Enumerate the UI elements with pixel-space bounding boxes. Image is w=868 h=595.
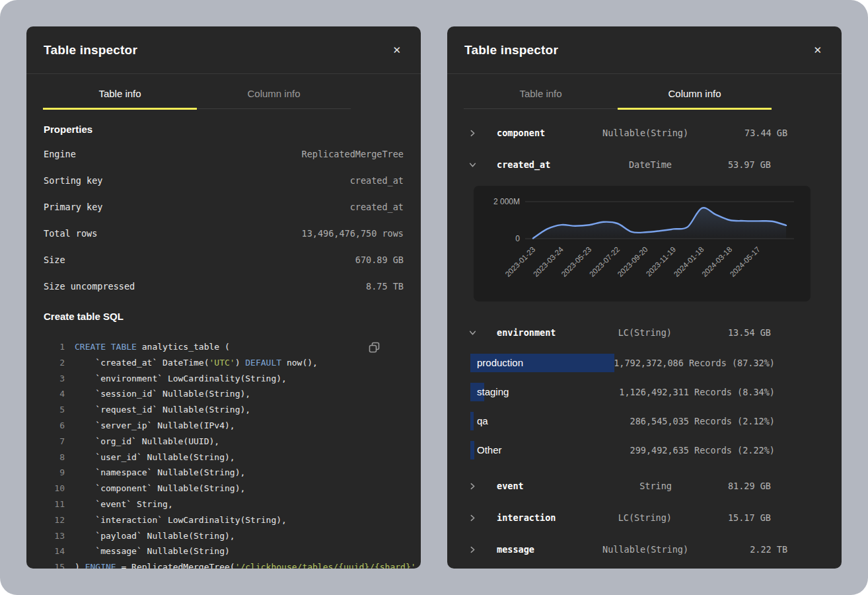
property-label: Engine bbox=[44, 149, 76, 159]
chevron-right-icon[interactable] bbox=[469, 546, 497, 553]
line-code: `session_id` Nullable(String), bbox=[75, 386, 250, 402]
sql-text: `message` Nullable(String) bbox=[75, 546, 230, 556]
sql-code-line: 14 `message` Nullable(String) bbox=[44, 543, 404, 559]
distribution-label: Other bbox=[470, 441, 630, 459]
line-code: CREATE TABLE analytics_table ( bbox=[75, 339, 230, 355]
distribution-value: 286,545,035 Records (2.12%) bbox=[630, 416, 775, 426]
property-row: Size uncompressed 8.75 TB bbox=[44, 273, 404, 299]
tab-column-info[interactable]: Column info bbox=[618, 88, 772, 110]
distribution-row: Other 299,492,635 Records (2.22%) bbox=[470, 436, 775, 465]
line-number: 8 bbox=[44, 450, 65, 465]
line-code: `request_id` Nullable(String), bbox=[75, 402, 250, 418]
chevron-down-icon[interactable] bbox=[469, 329, 497, 337]
property-value: ReplicatedMergeTree bbox=[302, 149, 404, 159]
distribution-bar-track: Other bbox=[470, 441, 630, 459]
column-type: DateTime bbox=[602, 159, 672, 170]
column-row-component[interactable]: component Nullable(String) 73.44 GB bbox=[447, 117, 842, 149]
tab-table-info[interactable]: Table info bbox=[464, 88, 618, 110]
line-number: 15 bbox=[44, 559, 65, 569]
sql-text: `component` Nullable(String), bbox=[75, 483, 245, 493]
column-row-event[interactable]: event String 81.29 GB bbox=[447, 470, 842, 502]
property-value: 13,496,476,750 rows bbox=[302, 228, 404, 239]
property-label: Sorting key bbox=[44, 175, 102, 186]
sql-code-line: 2 `created_at` DateTime('UTC') DEFAULT n… bbox=[44, 355, 404, 371]
property-row: Size 670.89 GB bbox=[44, 247, 404, 273]
line-number: 5 bbox=[44, 402, 65, 418]
line-number: 1 bbox=[44, 339, 65, 355]
column-list: component Nullable(String) 73.44 GB crea… bbox=[447, 117, 842, 565]
line-code: `environment` LowCardinality(String), bbox=[75, 371, 287, 387]
sql-code-line: 8 `user_id` Nullable(String), bbox=[44, 450, 404, 465]
column-type: String bbox=[602, 481, 672, 491]
column-type: LC(String) bbox=[602, 327, 672, 338]
table-inspector-dialog-table-info: Table inspector ✕ Table info Column info… bbox=[26, 26, 421, 569]
line-code: `event` String, bbox=[75, 496, 173, 512]
column-type: Nullable(String) bbox=[602, 128, 688, 138]
sql-text: `session_id` Nullable(String), bbox=[75, 389, 250, 399]
sql-text: `environment` LowCardinality(String), bbox=[75, 374, 287, 383]
column-detail-chart-card: 2 000M 0 2023-01-232023-03-242023-05-232… bbox=[474, 186, 811, 301]
sql-text: `interaction` LowCardinality(String), bbox=[75, 515, 287, 525]
tab-column-info[interactable]: Column info bbox=[197, 88, 351, 110]
property-value: 670.89 GB bbox=[355, 255, 404, 265]
line-code: ) ENGINE = ReplicatedMergeTree('/clickho… bbox=[75, 559, 421, 569]
table-inspector-dialog-column-info: Table inspector ✕ Table info Column info… bbox=[447, 26, 842, 569]
table-info-content: Properties Engine ReplicatedMergeTree So… bbox=[26, 124, 421, 569]
sql-code-line: 4 `session_id` Nullable(String), bbox=[44, 386, 404, 402]
tab-bar: Table info Column info bbox=[43, 88, 351, 109]
line-code: `server_ip` Nullable(IPv4), bbox=[75, 418, 235, 434]
tab-table-info[interactable]: Table info bbox=[43, 88, 197, 110]
column-size: 81.29 GB bbox=[672, 481, 771, 491]
modal-backdrop: Table inspector ✕ Table info Column info… bbox=[0, 0, 868, 595]
line-number: 14 bbox=[44, 543, 65, 559]
sql-text: now(), bbox=[281, 358, 318, 368]
sql-text: = ReplicatedMergeTree( bbox=[116, 562, 235, 569]
column-size: 13.54 GB bbox=[672, 327, 771, 338]
chevron-down-icon[interactable] bbox=[469, 161, 497, 169]
dialog-title: Table inspector bbox=[44, 43, 137, 58]
close-icon[interactable]: ✕ bbox=[390, 42, 404, 58]
line-number: 9 bbox=[44, 465, 65, 481]
column-name: component bbox=[497, 128, 602, 138]
sql-code-block: 1 CREATE TABLE analytics_table ( 2 `crea… bbox=[44, 339, 404, 569]
column-row-message[interactable]: message Nullable(String) 2.22 TB bbox=[447, 534, 842, 565]
column-row-environment[interactable]: environment LC(String) 13.54 GB bbox=[447, 317, 842, 348]
line-number: 7 bbox=[44, 434, 65, 450]
property-label: Size bbox=[44, 255, 65, 265]
line-code: `namespace` Nullable(String), bbox=[75, 465, 245, 481]
sql-text: analytics_table ( bbox=[137, 342, 230, 352]
sql-text: `created_at` DateTime( bbox=[75, 358, 209, 368]
chevron-right-icon[interactable] bbox=[469, 483, 497, 490]
x-axis-tick-label: 2023-09-20 bbox=[616, 245, 649, 278]
chevron-right-icon[interactable] bbox=[469, 130, 497, 137]
line-code: `component` Nullable(String), bbox=[75, 481, 245, 496]
distribution-label: staging bbox=[470, 383, 619, 401]
column-name: environment bbox=[497, 327, 602, 338]
sql-text: `event` String, bbox=[75, 499, 173, 509]
sql-code-line: 10 `component` Nullable(String), bbox=[44, 481, 404, 496]
dialog-header: Table inspector ✕ bbox=[26, 26, 421, 74]
column-name: interaction bbox=[497, 512, 602, 523]
line-number: 10 bbox=[44, 481, 65, 496]
dialog-title: Table inspector bbox=[464, 43, 558, 58]
distribution-row: production 11,792,372,086 Records (87.32… bbox=[470, 348, 775, 377]
column-size: 15.17 GB bbox=[672, 512, 771, 523]
line-code: `payload` Nullable(String), bbox=[75, 528, 235, 544]
distribution-bar-track: staging bbox=[470, 383, 619, 401]
sql-string: 'UTC' bbox=[209, 358, 235, 368]
copy-icon[interactable] bbox=[369, 342, 380, 355]
close-icon[interactable]: ✕ bbox=[811, 42, 824, 58]
sql-code-line: 12 `interaction` LowCardinality(String), bbox=[44, 512, 404, 528]
distribution-label: production bbox=[470, 354, 608, 372]
property-value: created_at bbox=[350, 202, 404, 212]
sql-text: ) bbox=[75, 562, 85, 569]
sql-text: `request_id` Nullable(String), bbox=[75, 405, 250, 415]
sql-code-line: 15 ) ENGINE = ReplicatedMergeTree('/clic… bbox=[44, 559, 404, 569]
sql-text: ) bbox=[235, 358, 246, 368]
column-row-interaction[interactable]: interaction LC(String) 15.17 GB bbox=[447, 502, 842, 534]
chevron-right-icon[interactable] bbox=[469, 514, 497, 522]
column-row-created_at[interactable]: created_at DateTime 53.97 GB bbox=[447, 149, 842, 180]
x-axis-tick-label: 2024-05-17 bbox=[729, 245, 762, 278]
property-label: Total rows bbox=[44, 228, 97, 239]
column-size: 73.44 GB bbox=[688, 128, 787, 138]
